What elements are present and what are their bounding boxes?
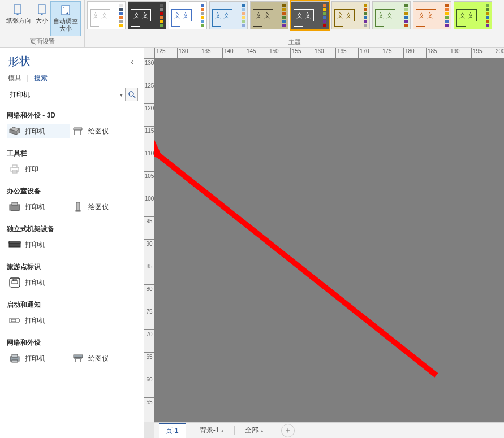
h-tick: 170	[358, 48, 369, 58]
page-tab-background-caret-icon: ▴	[221, 428, 224, 433]
shape-section-title: 办公室设备	[7, 187, 137, 196]
shape-section-title: 工具栏	[7, 149, 137, 158]
theme-swatch-text: 文 文	[212, 9, 232, 21]
theme-swatch-text: 文 文	[171, 9, 192, 21]
tab-stencils[interactable]: 模具	[8, 74, 21, 82]
svg-line-4	[133, 96, 135, 98]
h-tick: 190	[449, 48, 460, 58]
theme-swatch-9[interactable]: 文 文	[454, 1, 492, 29]
page-tab-all-label: 全部	[245, 426, 259, 435]
theme-swatch-palette	[323, 4, 326, 27]
shape-item-startup-printer[interactable]: 打印机	[7, 313, 70, 328]
page-tab-1[interactable]: 页-1	[159, 423, 186, 438]
search-dropdown-icon[interactable]: ▾	[117, 88, 125, 101]
v-tick: 105	[144, 171, 154, 178]
theme-swatch-corner	[90, 21, 99, 27]
office-printer-icon	[8, 201, 21, 213]
shape-item-net-plotter[interactable]: 绘图仪	[70, 351, 133, 366]
page-tab-background[interactable]: 背景-1▴	[193, 423, 231, 437]
svg-rect-24	[74, 355, 83, 358]
v-tick: 100	[144, 194, 154, 201]
tab-search[interactable]: 搜索	[34, 74, 48, 82]
shape-section: 办公室设备打印机绘图仪	[7, 187, 137, 214]
shape-section-title: 网络和外设	[7, 338, 137, 348]
theme-swatch-palette	[242, 4, 245, 27]
orientation-button[interactable]: 纸张方向	[4, 1, 33, 36]
orientation-icon	[12, 2, 25, 17]
shape-grid: 打印	[7, 162, 137, 176]
theme-swatch-5[interactable]: 文 文	[291, 1, 329, 29]
shape-item-net-printer[interactable]: 打印机	[7, 351, 70, 366]
shape-item-label: 打印机	[25, 202, 45, 212]
theme-swatch-palette	[119, 4, 123, 27]
svg-rect-2	[62, 6, 70, 15]
shape-item-printer-3d[interactable]: 打印机	[7, 124, 70, 138]
v-tick: 85	[144, 262, 154, 268]
shape-item-office-printer[interactable]: 打印机	[7, 200, 70, 214]
shape-section: 启动和通知打印机	[7, 300, 137, 328]
add-page-button[interactable]: ＋	[281, 424, 295, 437]
v-tick: 95	[144, 216, 154, 223]
shape-item-plotter-3d[interactable]: 绘图仪	[70, 124, 133, 138]
theme-swatch-corner	[375, 21, 384, 27]
size-label: 大小	[36, 17, 48, 24]
drawing-canvas[interactable]	[154, 58, 504, 422]
shape-section-title: 网络和外设 - 3D	[7, 111, 137, 120]
v-tick: 55	[144, 397, 154, 404]
theme-swatch-4[interactable]: 文 文	[250, 1, 288, 29]
svg-rect-13	[76, 202, 80, 210]
shape-item-toolbar-print[interactable]: 打印	[7, 162, 70, 176]
shape-search-box: ▾	[6, 88, 126, 101]
shapes-tabs: 模具 | 搜索	[0, 71, 144, 88]
theme-swatch-1[interactable]: 文 文	[128, 1, 166, 29]
h-tick: 180	[403, 48, 415, 58]
tab-separator: |	[27, 74, 28, 82]
poi-printer-icon	[8, 277, 21, 288]
page-tab-all[interactable]: 全部▴	[238, 423, 270, 437]
h-tick: 175	[381, 48, 392, 58]
theme-swatch-2[interactable]: 文 文	[169, 1, 207, 29]
svg-rect-7	[11, 167, 19, 171]
theme-swatch-palette	[445, 4, 449, 27]
plotter-3d-icon	[71, 125, 85, 137]
search-go-button[interactable]	[126, 88, 138, 101]
svg-rect-0	[14, 5, 21, 14]
collapse-shapes-icon[interactable]: ‹	[128, 55, 136, 68]
vertical-ruler[interactable]: 130125120115110105100959085807570656055	[144, 58, 154, 422]
h-tick: 140	[222, 48, 234, 58]
theme-swatch-6[interactable]: 文 文	[331, 1, 370, 29]
h-tick: 130	[177, 48, 188, 58]
h-tick: 150	[268, 48, 279, 58]
theme-swatch-corner	[334, 21, 343, 27]
h-tick: 135	[200, 48, 211, 58]
theme-swatch-corner	[131, 21, 140, 27]
horizontal-ruler[interactable]: 1251301351401451501551601651701751801851…	[154, 48, 504, 58]
canvas-area: 1251301351401451501551601651701751801851…	[144, 48, 504, 438]
svg-rect-23	[12, 360, 18, 362]
theme-swatch-3[interactable]: 文 文	[209, 1, 248, 29]
theme-swatch-0[interactable]: 文 文	[87, 1, 126, 29]
shape-grid: 打印机	[7, 313, 137, 328]
autofit-button[interactable]: 自动调整 大小	[50, 1, 81, 36]
shape-item-office-plotter[interactable]: 绘图仪	[70, 200, 133, 214]
theme-swatch-palette	[160, 4, 163, 27]
shape-grid: 打印机	[7, 275, 137, 290]
theme-swatch-8[interactable]: 文 文	[413, 1, 451, 29]
svg-rect-8	[12, 165, 17, 167]
autofit-label: 自动调整 大小	[53, 18, 78, 32]
shape-item-rack-printer[interactable]: 打印机	[7, 237, 70, 252]
shape-item-poi-printer[interactable]: 打印机	[7, 275, 70, 290]
shape-section: 工具栏打印	[7, 149, 137, 176]
theme-swatch-text: 文 文	[131, 9, 151, 21]
v-tick: 75	[144, 307, 154, 314]
theme-swatch-7[interactable]: 文 文	[372, 1, 411, 29]
shape-search-input[interactable]	[6, 88, 117, 101]
shape-section: 独立式机架设备打印机	[7, 224, 137, 252]
h-tick: 125	[154, 48, 166, 58]
svg-line-28	[154, 152, 436, 375]
theme-swatch-palette	[201, 4, 204, 27]
size-button[interactable]: 大小	[33, 1, 50, 36]
page-tab-1-label: 页-1	[166, 426, 179, 436]
v-tick: 90	[144, 239, 154, 246]
ruler-corner	[144, 48, 154, 58]
